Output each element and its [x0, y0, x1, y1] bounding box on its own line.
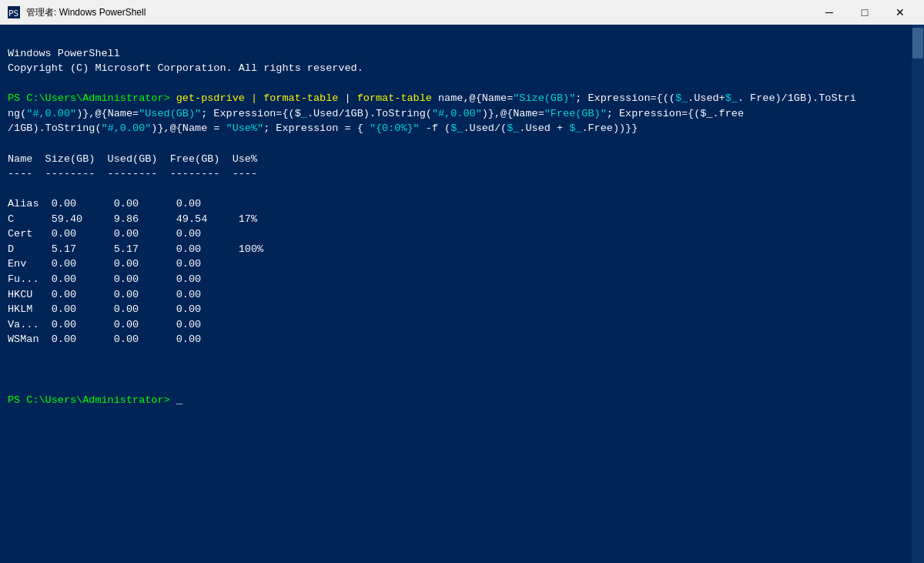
app-icon: PS	[6, 5, 22, 20]
maximize-button[interactable]: □	[847, 0, 882, 25]
window-title: 管理者: Windows PowerShell	[26, 6, 812, 19]
table-header: Name Size(GB) Used(GB) Free(GB) Use% ---…	[8, 153, 257, 180]
prompt-line2: PS C:\Users\Administrator> _	[8, 393, 916, 408]
titlebar: PS 管理者: Windows PowerShell ─ □ ✕	[0, 0, 924, 25]
minimize-button[interactable]: ─	[812, 0, 847, 25]
svg-text:PS: PS	[8, 8, 18, 18]
scrollbar[interactable]	[912, 25, 924, 563]
terminal-window[interactable]: Windows PowerShell Copyright (C) Microso…	[0, 25, 924, 563]
terminal-output: Windows PowerShell Copyright (C) Microso…	[8, 31, 916, 182]
window-controls: ─ □ ✕	[812, 0, 918, 25]
scrollbar-thumb[interactable]	[912, 28, 923, 59]
close-button[interactable]: ✕	[882, 0, 918, 25]
table-rows: Alias 0.00 0.00 0.00 C 59.40 9.86 49.54 …	[8, 182, 916, 393]
line-powershell-header: Windows PowerShell Copyright (C) Microso…	[8, 48, 856, 135]
